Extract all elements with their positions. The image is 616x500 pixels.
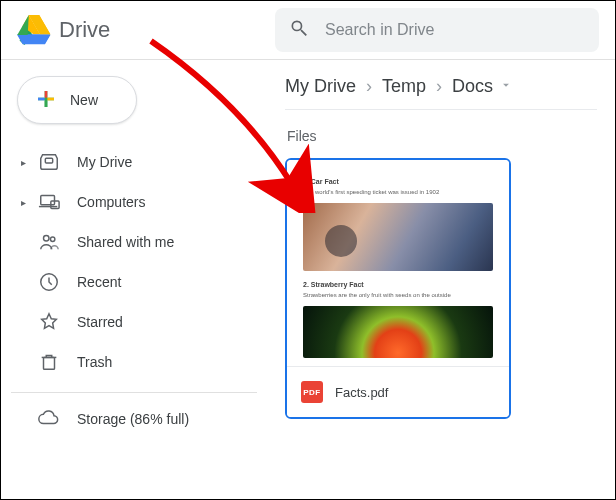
file-name: Facts.pdf [335, 385, 388, 400]
svg-rect-10 [47, 97, 54, 100]
sidebar-divider [11, 392, 257, 393]
svg-rect-11 [45, 100, 48, 107]
sidebar-item-label: My Drive [77, 154, 132, 170]
sidebar-item-computers[interactable]: ▸ Computers [11, 182, 257, 222]
preview-image-car [303, 203, 493, 271]
my-drive-icon [37, 150, 61, 174]
new-button[interactable]: New [17, 76, 137, 124]
breadcrumb-separator: › [366, 76, 372, 97]
svg-point-17 [50, 237, 54, 241]
computers-icon [37, 190, 61, 214]
svg-marker-6 [17, 15, 29, 35]
svg-rect-14 [41, 196, 55, 205]
cloud-icon [37, 407, 59, 432]
breadcrumb-item[interactable]: My Drive [285, 76, 356, 97]
breadcrumb-item-current[interactable]: Docs [452, 76, 513, 97]
sidebar-item-my-drive[interactable]: ▸ My Drive [11, 142, 257, 182]
section-title-files: Files [287, 128, 597, 144]
svg-rect-12 [38, 97, 45, 100]
sidebar-item-starred[interactable]: Starred [11, 302, 257, 342]
trash-icon [37, 350, 61, 374]
sidebar-item-storage[interactable]: Storage (86% full) [11, 399, 257, 439]
sidebar-item-label: Starred [77, 314, 123, 330]
svg-marker-7 [17, 35, 50, 44]
shared-icon [37, 230, 61, 254]
sidebar-item-label: Recent [77, 274, 121, 290]
breadcrumb: My Drive › Temp › Docs [285, 70, 597, 110]
search-icon [289, 18, 309, 42]
breadcrumb-separator: › [436, 76, 442, 97]
starred-icon [37, 310, 61, 334]
file-preview: 1. Car Fact The world's first speeding t… [287, 160, 509, 366]
app-name: Drive [59, 17, 110, 43]
file-card[interactable]: 1. Car Fact The world's first speeding t… [285, 158, 511, 419]
svg-rect-19 [44, 357, 55, 369]
preview-image-strawberry [303, 306, 493, 358]
sidebar: New ▸ My Drive ▸ Computers [1, 60, 267, 499]
sidebar-item-trash[interactable]: Trash [11, 342, 257, 382]
expand-icon[interactable]: ▸ [15, 157, 31, 168]
expand-icon[interactable]: ▸ [15, 197, 31, 208]
main-panel: My Drive › Temp › Docs Files 1. Car Fact… [267, 60, 615, 499]
sidebar-item-shared[interactable]: Shared with me [11, 222, 257, 262]
svg-rect-9 [45, 91, 48, 98]
plus-icon [34, 87, 58, 114]
pdf-icon: PDF [301, 381, 323, 403]
chevron-down-icon [499, 76, 513, 97]
sidebar-item-label: Shared with me [77, 234, 174, 250]
drive-logo[interactable] [17, 15, 51, 45]
sidebar-item-label: Computers [77, 194, 145, 210]
svg-rect-13 [45, 158, 52, 163]
breadcrumb-item[interactable]: Temp [382, 76, 426, 97]
search-input[interactable] [325, 21, 585, 39]
storage-label: Storage (86% full) [77, 411, 189, 427]
new-button-label: New [70, 92, 98, 108]
sidebar-item-recent[interactable]: Recent [11, 262, 257, 302]
svg-point-16 [44, 236, 50, 242]
search-bar[interactable] [275, 8, 599, 52]
sidebar-item-label: Trash [77, 354, 112, 370]
recent-icon [37, 270, 61, 294]
